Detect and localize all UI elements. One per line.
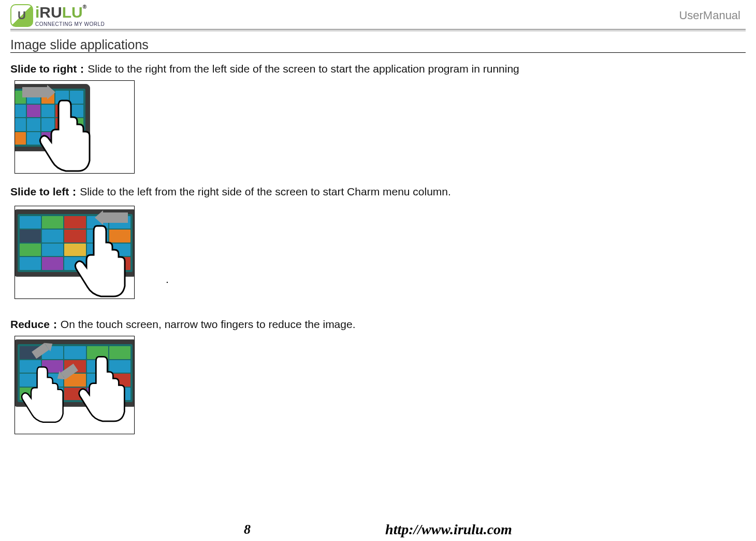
illustration-slide-left [14,206,135,299]
logo-badge-glyph: U [18,9,26,22]
page-number: 8 [244,522,251,537]
slide-left-colon: ： [69,186,80,197]
hand-icon [18,357,70,434]
instruction-slide-left: Slide to left：Slide to the left from the… [10,184,746,199]
reduce-text: On the touch screen, narrow two fingers … [61,318,356,330]
instruction-slide-right: Slide to right：Slide to the right from t… [10,61,746,76]
brand-name: iRULU iRULU® [35,5,105,20]
slide-left-text: Slide to the left from the right side of… [80,186,451,197]
document-label: UserManual [679,9,746,22]
trailing-dot: . [166,273,746,286]
header-divider-2 [10,31,746,31]
slide-right-colon: ： [77,63,88,75]
section-heading-text: Image slide applications [10,37,149,52]
slide-left-label: Slide to left [10,186,69,197]
section-heading: Image slide applications [10,37,746,53]
trademark-symbol: ® [83,4,86,10]
instruction-reduce: Reduce：On the touch screen, narrow two f… [10,317,746,332]
hand-icon [36,95,98,174]
slide-right-text: Slide to the right from the left side of… [88,63,519,75]
brand-logo: U iRULU iRULU® CONNECTING MY WORLD [10,4,105,27]
illustration-slide-right [14,80,135,174]
reduce-label: Reduce [10,318,50,330]
logo-text-block: iRULU iRULU® CONNECTING MY WORLD [35,5,105,27]
page-footer: 8 http://www.irulu.com [0,521,756,538]
logo-badge-icon: U [10,4,33,27]
header-divider-1 [10,29,746,30]
hand-icon [71,221,133,299]
hand-icon [75,351,132,434]
brand-tagline: CONNECTING MY WORLD [35,21,105,27]
page-header: U iRULU iRULU® CONNECTING MY WORLD UserM… [10,0,746,29]
footer-url: http://www.irulu.com [385,521,512,538]
slide-right-label: Slide to right [10,63,77,75]
reduce-colon: ： [50,318,61,330]
illustration-reduce [14,336,135,434]
